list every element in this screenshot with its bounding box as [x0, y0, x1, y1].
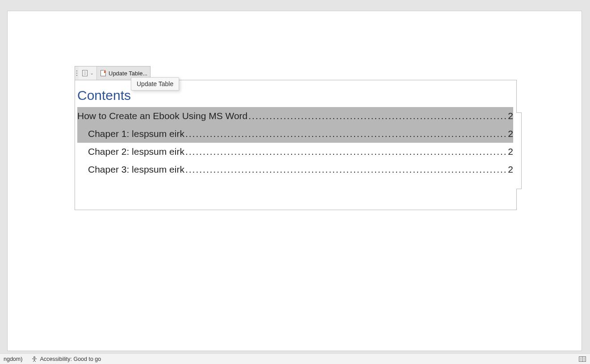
update-table-tooltip: Update Table: [131, 77, 179, 91]
status-bar: ngdom) Accessibility: Good to go: [0, 353, 590, 364]
toc-entry-leader: ........................................…: [184, 143, 506, 161]
toc-entry-leader: ........................................…: [184, 161, 506, 178]
toc-entry[interactable]: Chaper 2: lespsum eirk..................…: [77, 143, 513, 161]
toc-entry-title: How to Create an Ebook Using MS Word: [77, 107, 247, 125]
toc-entry-page: 2: [506, 107, 513, 125]
toolbar-grip[interactable]: [75, 66, 79, 80]
accessibility-icon: [31, 356, 38, 362]
toc-entry-leader: ........................................…: [247, 107, 506, 125]
toc-side-tab: [516, 112, 522, 189]
toc-entry-title: Chaper 1: lespsum eirk: [88, 125, 184, 143]
toc-entry-title: Chaper 2: lespsum eirk: [88, 143, 184, 161]
status-accessibility-text: Accessibility: Good to go: [40, 356, 101, 362]
document-page: ⌄ Update Table... Contents How to Create…: [7, 11, 582, 351]
read-mode-button[interactable]: [578, 356, 586, 363]
update-table-label: Update Table...: [109, 70, 147, 77]
toc-frame[interactable]: Contents How to Create an Ebook Using MS…: [75, 80, 517, 210]
toc-entry-title: Chaper 3: lespsum eirk: [88, 161, 184, 178]
toc-options-button[interactable]: ⌄: [79, 66, 97, 80]
status-language-text: ngdom): [4, 356, 22, 362]
chevron-down-icon: ⌄: [90, 71, 94, 75]
svg-point-7: [34, 356, 35, 358]
document-refresh-icon: [100, 70, 107, 77]
toc-entry-page: 2: [506, 125, 513, 143]
status-right: [578, 356, 586, 363]
toc-entry-leader: ........................................…: [184, 125, 506, 143]
status-language[interactable]: ngdom): [4, 356, 22, 362]
toc-entry-page: 2: [506, 143, 513, 161]
status-accessibility[interactable]: Accessibility: Good to go: [31, 356, 101, 362]
toc-entry[interactable]: How to Create an Ebook Using MS Word....…: [77, 107, 513, 125]
read-mode-icon: [579, 356, 586, 362]
toc-entry[interactable]: Chaper 1: lespsum eirk..................…: [77, 125, 513, 143]
toc-entries: How to Create an Ebook Using MS Word....…: [75, 107, 516, 178]
toc-entry[interactable]: Chaper 3: lespsum eirk..................…: [77, 161, 513, 178]
toc-entry-page: 2: [506, 161, 513, 178]
document-icon: [81, 70, 88, 77]
